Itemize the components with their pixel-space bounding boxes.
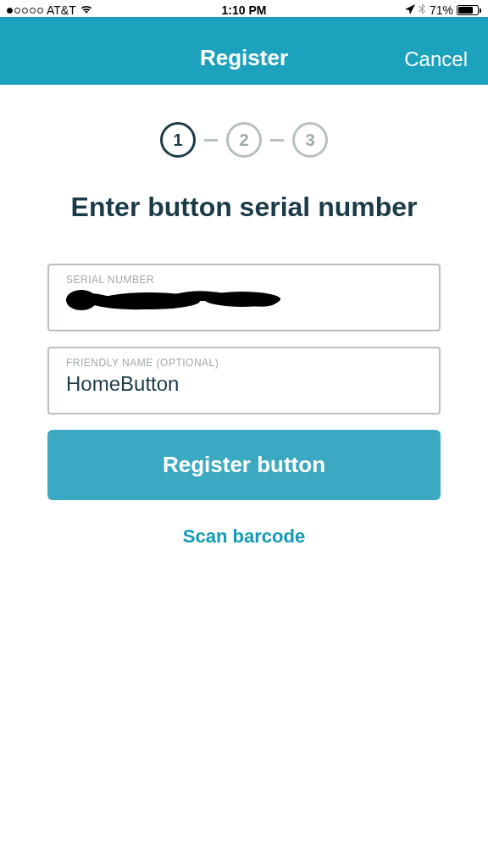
redacted-overlay xyxy=(64,287,285,313)
svg-point-1 xyxy=(98,292,200,309)
step-3: 3 xyxy=(292,122,328,158)
friendly-name-field[interactable]: FRIENDLY NAME (OPTIONAL) HomeButton xyxy=(47,347,441,415)
serial-number-label: SERIAL NUMBER xyxy=(66,274,422,286)
friendly-name-label: FRIENDLY NAME (OPTIONAL) xyxy=(66,357,422,369)
step-indicator: 1 2 3 xyxy=(0,122,488,158)
friendly-name-value: HomeButton xyxy=(66,372,422,396)
status-right: 71% xyxy=(405,3,481,18)
step-1: 1 xyxy=(160,122,196,158)
bluetooth-icon xyxy=(419,3,426,18)
step-separator xyxy=(270,139,284,142)
cancel-button[interactable]: Cancel xyxy=(404,47,468,71)
step-separator xyxy=(204,139,218,142)
svg-point-2 xyxy=(204,292,280,307)
scan-barcode-link[interactable]: Scan barcode xyxy=(47,526,441,548)
svg-point-0 xyxy=(66,290,97,310)
location-icon xyxy=(405,3,415,17)
carrier-label: AT&T xyxy=(47,3,76,17)
page-title: Enter button serial number xyxy=(0,192,488,223)
battery-icon xyxy=(457,5,481,15)
page-header-title: Register xyxy=(200,45,288,71)
wifi-icon xyxy=(80,3,93,17)
cellular-signal-icon xyxy=(7,8,43,14)
battery-percent: 71% xyxy=(430,3,453,17)
clock: 1:10 PM xyxy=(222,3,267,17)
register-form: SERIAL NUMBER FRIENDLY NAME (OPTIONAL) H… xyxy=(0,264,488,548)
step-2: 2 xyxy=(226,122,262,158)
nav-header: Register Cancel xyxy=(0,17,488,85)
status-bar: AT&T 1:10 PM 71% xyxy=(0,0,488,17)
status-left: AT&T xyxy=(7,3,93,17)
serial-number-field[interactable]: SERIAL NUMBER xyxy=(47,264,441,331)
register-button[interactable]: Register button xyxy=(47,430,441,500)
